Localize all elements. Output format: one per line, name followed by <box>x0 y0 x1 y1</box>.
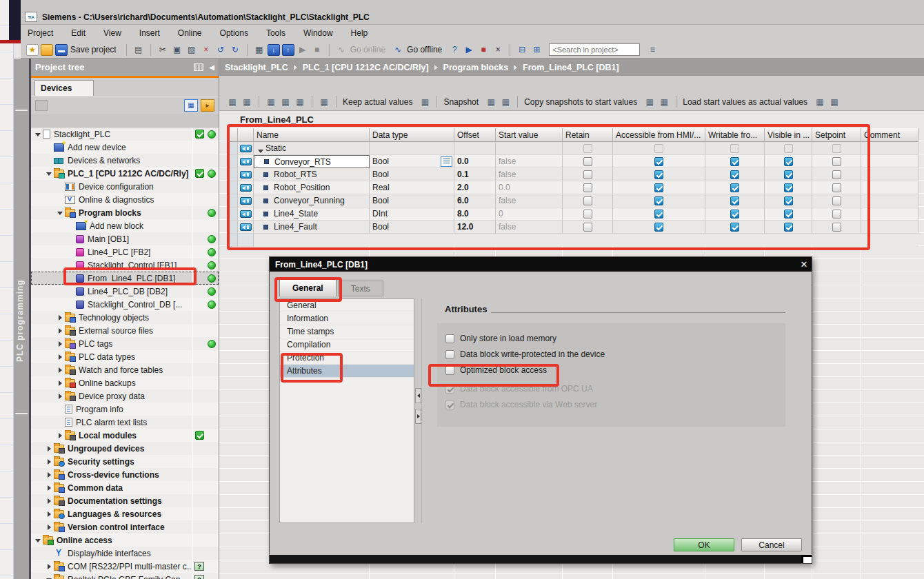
dialog-nav-time-stamps[interactable]: Time stamps <box>280 325 414 338</box>
split-horizontal-icon[interactable]: ⊟ <box>516 44 528 56</box>
paste-icon[interactable]: ▨ <box>185 44 198 56</box>
tree-item-devices-networks[interactable]: Devices & networks <box>31 154 219 167</box>
checkbox-retain[interactable] <box>583 210 592 219</box>
table-row-line4-state[interactable]: Line4_StateDInt8.00 <box>228 207 918 221</box>
checkbox-data-block-write-protected-in-the-device[interactable] <box>445 350 454 359</box>
load-start-icon[interactable]: ▦ <box>814 96 826 108</box>
breadcrumb-program-blocks[interactable]: Program blocks <box>443 63 508 72</box>
cell-comment[interactable] <box>861 194 918 207</box>
cell-start-value[interactable] <box>496 142 563 155</box>
tree-item-add-new-device[interactable]: Add new device <box>31 141 219 154</box>
cell-name[interactable]: Robot_Position <box>254 181 370 194</box>
dialog-nav-information[interactable]: Information <box>280 312 414 325</box>
cell-offset[interactable]: 0.0 <box>454 155 496 168</box>
tree-item-common-data[interactable]: Common data <box>31 481 219 494</box>
tree-item-ungrouped-devices[interactable]: Ungrouped devices <box>31 442 219 455</box>
checkbox-retain[interactable] <box>583 170 592 179</box>
checkbox-retain[interactable] <box>583 223 592 232</box>
breadcrumb-from-line4-plc-db1[interactable]: From_Line4_PLC [DB1] <box>523 63 619 72</box>
tree-item-online-backups[interactable]: Online backups <box>31 376 219 389</box>
tree-item-stacklight-control-fb1[interactable]: Stacklight_Control [FB1] <box>31 258 219 272</box>
cell-start-value[interactable]: false <box>496 221 563 234</box>
checkbox-writable-hmi[interactable] <box>730 223 739 232</box>
cell-name[interactable]: Conveyor_Running <box>254 194 370 207</box>
checkbox-setpoint[interactable] <box>832 210 841 219</box>
dialog-nav-protection[interactable]: Protection <box>280 352 414 365</box>
tree-item-program-info[interactable]: Program info <box>31 403 219 416</box>
download-to-device-icon[interactable]: ↓ <box>268 44 280 56</box>
menu-help[interactable]: Help <box>351 28 368 38</box>
cell-offset[interactable]: 2.0 <box>454 181 496 194</box>
dialog-splitter[interactable] <box>414 298 422 523</box>
type-picker-icon[interactable] <box>441 156 452 167</box>
cell-data-type[interactable]: Bool <box>370 168 454 181</box>
keep-actual-values-icon[interactable]: ▦ <box>265 96 277 108</box>
cell-name[interactable]: Conveyor_RTS <box>254 155 370 168</box>
checkbox-accessible-hmi[interactable] <box>654 196 663 205</box>
tree-item-from-line4-plc-db1[interactable]: From_Line4_PLC [DB1] <box>31 272 219 285</box>
go-offline-icon[interactable]: ∿ <box>392 44 404 56</box>
splitter-collapse-right-icon[interactable] <box>415 409 421 424</box>
cell-data-type[interactable] <box>370 142 454 155</box>
copy-to-start-icon[interactable]: ▦ <box>643 96 656 108</box>
delete-icon[interactable]: × <box>200 44 212 56</box>
checkbox-accessible-hmi[interactable] <box>654 223 663 232</box>
accessible-devices-icon[interactable]: ? <box>448 44 461 56</box>
checkbox-writable-hmi[interactable] <box>730 170 739 179</box>
undo-icon[interactable]: ↺ <box>214 44 227 56</box>
plc-programming-tab[interactable]: PLC programming <box>14 59 29 579</box>
tree-item-technology-objects[interactable]: Technology objects <box>31 311 219 324</box>
checkbox-accessible-hmi[interactable] <box>654 210 663 219</box>
load-start-all-icon[interactable]: ▦ <box>828 96 841 108</box>
refresh-view-icon[interactable]: ▸ <box>201 99 214 112</box>
compile-icon[interactable]: ▦ <box>253 44 265 56</box>
collapse-panel-icon[interactable]: ◀ <box>209 63 214 71</box>
cell-offset[interactable]: 0.1 <box>454 168 496 181</box>
checkbox-visible-hmi[interactable] <box>784 196 793 205</box>
tree-item-documentation-settings[interactable]: Documentation settings <box>31 494 219 507</box>
menu-online[interactable]: Online <box>178 28 202 38</box>
tree-item-plc-data-types[interactable]: PLC data types <box>31 350 219 363</box>
checkbox-retain[interactable] <box>583 183 592 192</box>
table-row-conveyor-running[interactable]: Conveyor_RunningBool6.0false <box>228 194 918 207</box>
tree-item-version-control-interface[interactable]: Version control interface <box>31 520 219 534</box>
resize-handle[interactable] <box>801 555 812 563</box>
row-selector[interactable] <box>228 207 238 221</box>
cell-start-value[interactable]: 0 <box>496 207 563 221</box>
tree-item-security-settings[interactable]: Security settings <box>31 455 219 468</box>
menu-window[interactable]: Window <box>303 28 333 38</box>
start-cpu-icon[interactable]: ▶ <box>297 44 309 56</box>
checkbox-setpoint[interactable] <box>832 196 841 205</box>
checkbox-optimized-block-access[interactable] <box>445 366 454 375</box>
cell-data-type[interactable]: Bool <box>370 155 454 168</box>
tree-item-device-proxy-data[interactable]: Device proxy data <box>31 389 219 403</box>
details-view-icon[interactable]: ▦ <box>184 99 198 112</box>
tree-item-line4-plc-db-db2[interactable]: Line4_PLC_DB [DB2] <box>31 285 219 298</box>
checkbox-visible-hmi[interactable] <box>784 157 793 166</box>
row-selector[interactable] <box>228 155 238 168</box>
project-library-icon[interactable]: ≡ <box>646 44 659 56</box>
checkbox-setpoint[interactable] <box>832 183 841 192</box>
tree-item-plc-1-cpu-1212c-ac-dc-rly[interactable]: PLC_1 [CPU 1212C AC/DC/Rly] <box>31 167 219 180</box>
checkbox-visible-hmi[interactable] <box>784 223 793 232</box>
cell-comment[interactable] <box>861 155 918 168</box>
checkbox-writable-hmi[interactable] <box>730 183 739 192</box>
checkbox-visible-hmi[interactable] <box>784 210 793 219</box>
close-icon[interactable]: ✕ <box>796 259 812 270</box>
tree-item-main-ob1[interactable]: Main [OB1] <box>31 232 219 245</box>
tree-item-cross-device-functions[interactable]: Cross-device functions <box>31 468 219 481</box>
checkbox-accessible-hmi[interactable] <box>654 157 663 166</box>
start-simulation-icon[interactable]: ▶ <box>463 44 475 56</box>
cell-offset[interactable]: 6.0 <box>454 194 496 207</box>
tree-item-line4-plc-fb2[interactable]: Line4_PLC [FB2] <box>31 245 219 258</box>
table-row-robot-position[interactable]: Robot_PositionReal2.00.0 <box>228 181 918 194</box>
checkbox-accessible-hmi[interactable] <box>654 183 663 192</box>
save-project-icon[interactable]: ▬ <box>55 44 68 56</box>
snapshot-copy-icon[interactable]: ▦ <box>485 96 497 108</box>
cell-start-value[interactable]: false <box>496 168 563 181</box>
checkbox-visible-hmi[interactable] <box>784 183 793 192</box>
dialog-nav-compilation[interactable]: Compilation <box>280 338 414 352</box>
menu-insert[interactable]: Insert <box>139 28 160 38</box>
tree-item-com-rs232-ppi-multi-master-c[interactable]: COM [RS232/PPI multi-master c...? <box>31 560 219 573</box>
checkbox-retain[interactable] <box>583 157 592 166</box>
